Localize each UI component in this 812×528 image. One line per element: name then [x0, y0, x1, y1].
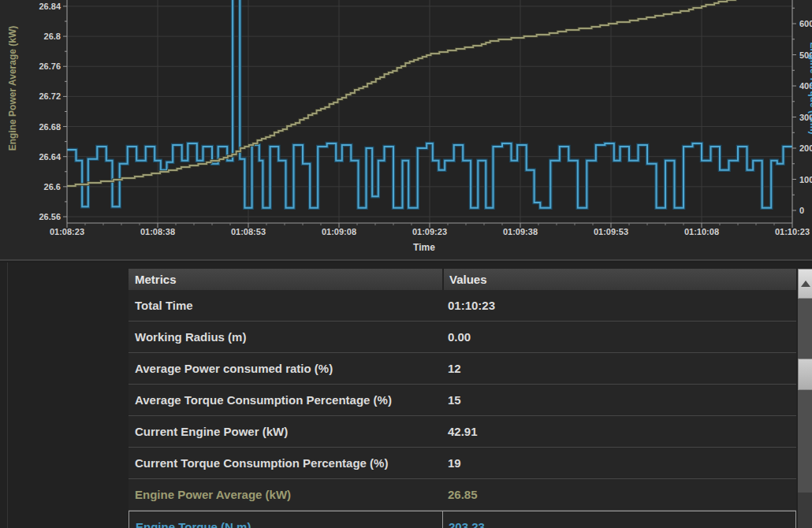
left-axis-title: Engine Power Average (kW)	[7, 26, 18, 151]
scrollbar-track-bottom[interactable]	[798, 493, 812, 528]
table-row[interactable]: Current Torque Consumption Percentage (%…	[129, 448, 796, 479]
left-tick-label: 26.56	[39, 212, 61, 221]
value-cell: 12	[442, 362, 796, 375]
left-tick-label: 26.64	[39, 152, 61, 162]
metric-cell: Current Engine Power (kW)	[129, 425, 442, 438]
value-cell: 15	[442, 393, 796, 407]
right-tick-label: 200	[799, 143, 812, 153]
right-tick-label: 100	[799, 175, 812, 184]
left-tick-label: 26.6	[44, 182, 61, 191]
x-tick-label: 01:10:23	[775, 227, 810, 236]
left-tick-label: 26.72	[39, 91, 61, 101]
metrics-table: Metrics Values Total Time01:10:23Working…	[129, 269, 796, 528]
x-tick-label: 01:08:53	[231, 227, 266, 236]
metric-cell: Working Radius (m)	[129, 330, 442, 344]
x-tick-label: 01:08:38	[140, 227, 175, 236]
right-tick-label: 600	[799, 19, 812, 28]
value-cell: 42.91	[442, 425, 796, 438]
chart-svg: 26.5626.626.6426.6826.7226.7626.826.8401…	[0, 0, 812, 259]
x-tick-label: 01:10:08	[684, 227, 719, 236]
x-tick-label: 01:09:23	[412, 227, 447, 236]
metric-cell: Average Power consumed ratio (%)	[129, 362, 442, 375]
x-tick-label: 01:09:53	[594, 227, 628, 236]
table-row[interactable]: Working Radius (m)0.00	[129, 322, 796, 353]
x-tick-label: 01:09:38	[503, 227, 538, 236]
table-header: Metrics Values	[129, 269, 796, 290]
metric-cell: Current Torque Consumption Percentage (%…	[129, 456, 442, 470]
x-axis-title: Time	[413, 242, 435, 253]
x-tick-label: 01:09:08	[322, 227, 356, 236]
right-tick-label: 0	[799, 206, 804, 215]
scrollbar[interactable]	[798, 269, 812, 528]
table-row[interactable]: Engine Power Average (kW)26.85	[129, 479, 796, 511]
header-metrics: Metrics	[129, 269, 442, 290]
value-cell: 203.23	[443, 520, 795, 528]
chart-panel: 26.5626.626.6426.6826.7226.7626.826.8401…	[0, 0, 812, 261]
header-values: Values	[444, 269, 796, 290]
table-row[interactable]: Average Power consumed ratio (%)12	[129, 353, 796, 385]
table-row[interactable]: Total Time01:10:23	[129, 290, 796, 322]
left-tick-label: 26.76	[39, 61, 61, 71]
table-row[interactable]: Engine Torque (N.m)203.23	[129, 511, 796, 528]
metric-cell: Total Time	[129, 299, 442, 312]
left-tick-label: 26.84	[39, 2, 61, 11]
left-tick-label: 26.8	[44, 32, 61, 41]
metric-cell: Engine Power Average (kW)	[129, 488, 442, 501]
up-arrow-icon	[801, 281, 810, 287]
table-row[interactable]: Average Torque Consumption Percentage (%…	[129, 385, 796, 416]
value-cell: 19	[442, 456, 796, 470]
right-axis-title: Engine Torque (N.m)	[808, 42, 812, 134]
table-row[interactable]: Current Engine Power (kW)42.91	[129, 416, 796, 448]
table-body: Total Time01:10:23Working Radius (m)0.00…	[129, 290, 796, 528]
value-cell: 0.00	[442, 330, 796, 344]
value-cell: 01:10:23	[442, 299, 796, 312]
panel-edge-divider	[7, 262, 8, 528]
metrics-panel: Metrics Values Total Time01:10:23Working…	[0, 262, 812, 528]
scroll-up-button[interactable]	[798, 269, 812, 299]
scrollbar-thumb[interactable]	[798, 359, 812, 390]
x-tick-label: 01:08:23	[50, 227, 84, 236]
left-tick-label: 26.68	[39, 122, 61, 132]
metric-cell: Engine Torque (N.m)	[129, 511, 443, 528]
metric-cell: Average Torque Consumption Percentage (%…	[129, 393, 442, 407]
value-cell: 26.85	[442, 488, 796, 501]
